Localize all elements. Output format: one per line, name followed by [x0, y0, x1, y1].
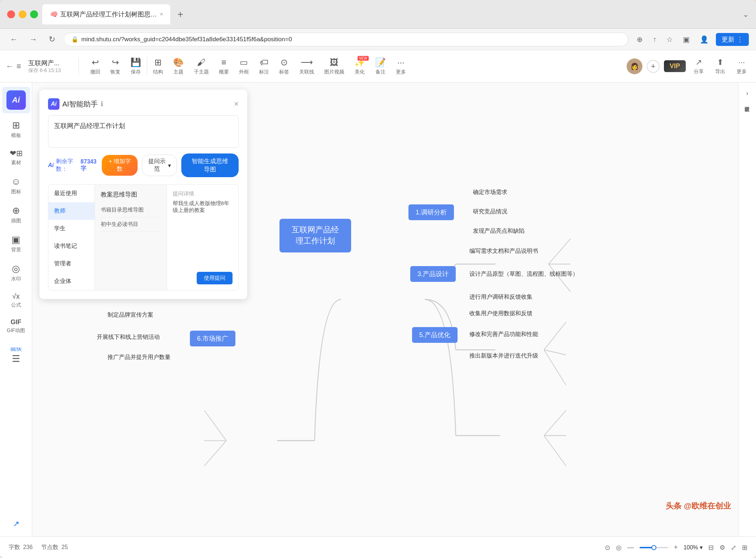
update-button[interactable]: 更新 ⋮ — [716, 33, 749, 46]
sidebar-item-ai[interactable]: Ai — [2, 87, 30, 113]
export-button[interactable]: ⬆ 导出 — [712, 56, 729, 77]
bookmark-button[interactable]: ☆ — [664, 34, 676, 45]
zoom-in-button[interactable]: + — [674, 544, 678, 551]
ai-prompt-detail-label: 提问详情 — [173, 190, 233, 197]
canvas-area[interactable]: Ai AI智能助手 ℹ × 互联网产品经理工作计划 Ai 剩余字数： — [32, 82, 738, 536]
leaf-user-research[interactable]: 进行用户调研和反馈收集 — [469, 293, 532, 301]
toolbar-media-button[interactable]: 🖼 图片视频 — [320, 55, 349, 77]
ai-generate-button[interactable]: 智能生成思维导图 — [181, 153, 239, 177]
translate-button[interactable]: ⊕ — [634, 34, 646, 45]
leaf-brand-plan[interactable]: 制定品牌宣传方案 — [107, 311, 153, 319]
sidebar-item-icon[interactable]: ☺ 图标 — [2, 172, 30, 199]
toolbar-menu-button[interactable]: ≡ — [16, 62, 21, 71]
toolbar-subtheme-button[interactable]: 🖌 子主题 — [190, 55, 213, 77]
leaf-marketing-activity[interactable]: 开展线下和线上营销活动 — [97, 334, 160, 341]
ai-category-recent[interactable]: 最近使用 — [48, 185, 95, 202]
leaf-new-version[interactable]: 推出新版本并进行迭代升级 — [469, 352, 538, 360]
branch-node-marketing[interactable]: 6.市场推广 — [190, 331, 235, 346]
toolbar-back-button[interactable]: ← — [6, 62, 14, 71]
sidebar-button[interactable]: ▣ — [680, 34, 693, 45]
maximize-traffic-light[interactable] — [30, 10, 38, 18]
new-tab-button[interactable]: + — [173, 7, 187, 22]
branch-node-research[interactable]: 1.调研分析 — [408, 204, 454, 220]
sidebar-collapse-button[interactable]: ↗ — [9, 516, 23, 532]
user-avatar[interactable]: 👩 — [627, 58, 642, 74]
close-traffic-light[interactable] — [7, 10, 15, 18]
branch-node-product-design[interactable]: 3.产品设计 — [410, 266, 456, 282]
svg-line-11 — [544, 436, 566, 466]
sidebar-item-template[interactable]: ⊞ 模板 — [2, 116, 30, 142]
sidebar-item-sticker[interactable]: ⊕ 插图 — [2, 202, 30, 228]
toolbar-note-button[interactable]: 📝 备注 — [371, 55, 390, 77]
settings-bottom-button[interactable]: ⚙ — [719, 544, 725, 552]
vip-button[interactable]: VIP — [664, 60, 686, 72]
leaf-requirements-doc[interactable]: 编写需求文档和产品说明书 — [469, 247, 538, 255]
address-text: mind.shutu.cn/?works_guid=c2044dbe35fef3… — [81, 36, 292, 43]
ai-input-field[interactable]: 互联网产品经理工作计划 — [48, 115, 239, 148]
ai-close-button[interactable]: × — [234, 99, 239, 109]
label-icon: 🏷 — [260, 57, 268, 67]
toolbar-structure-button[interactable]: ⊞ 结构 — [149, 55, 167, 77]
address-bar[interactable]: 🔒 mind.shutu.cn/?works_guid=c2044dbe35fe… — [64, 33, 628, 46]
leaf-promote-users[interactable]: 推广产品并提升用户数量 — [107, 354, 171, 361]
toolbar-summary-button[interactable]: ≡ 概要 — [215, 55, 233, 77]
sidebar-item-material[interactable]: ❤︎⊞ 素材 — [2, 145, 30, 170]
sidebar-item-gif[interactable]: GIF GIF动图 — [2, 315, 30, 337]
refresh-button[interactable]: ↻ — [46, 33, 58, 46]
toolbar-label-button[interactable]: 🏷 标注 — [255, 55, 273, 77]
ai-template-item-1[interactable]: 书籍目录思维导图 — [101, 203, 161, 217]
leaf-improve-product[interactable]: 修改和完善产品功能和性能 — [469, 331, 538, 338]
sidebar-item-background[interactable]: ▣ 背景 — [2, 231, 30, 257]
ai-category-business[interactable]: 企业体 — [48, 273, 95, 290]
share-button[interactable]: ↗ 分享 — [690, 56, 707, 77]
leaf-prototype[interactable]: 设计产品原型（草图、流程图、线框图等） — [469, 270, 578, 278]
add-collaborator-button[interactable]: + — [647, 60, 660, 73]
forward-button[interactable]: → — [27, 33, 40, 46]
ai-add-credits-button[interactable]: + 增加字数 — [102, 155, 138, 176]
zoom-slider-thumb[interactable] — [651, 545, 656, 550]
profile-button[interactable]: 👤 — [697, 34, 712, 45]
ai-category-manager[interactable]: 管理者 — [48, 255, 95, 273]
toolbar-beautify-button[interactable]: ✨ 美化 NEW — [350, 55, 369, 77]
fit-view-button[interactable]: ⊙ — [605, 544, 610, 552]
more2-button[interactable]: ··· 更多 — [733, 56, 750, 77]
tab-close-button[interactable]: × — [160, 11, 163, 18]
browser-titlebar: 🧠 互联网产品经理工作计划树图思… × + ⌄ — [0, 0, 756, 29]
toolbar-redo-button[interactable]: ↪ 恢复 — [106, 55, 125, 77]
leaf-collect-data[interactable]: 收集用户使用数据和反馈 — [469, 310, 532, 317]
grid-bottom-button[interactable]: ⊞ — [742, 544, 747, 552]
toolbar-save-button[interactable]: 💾 保存 — [126, 55, 145, 77]
ai-category-teacher[interactable]: 教师 — [48, 202, 95, 220]
sidebar-item-watermark[interactable]: ◎ 水印 — [2, 260, 30, 286]
screenshot-bottom-button[interactable]: ⊟ — [708, 544, 714, 552]
back-button[interactable]: ← — [7, 33, 21, 46]
sidebar-item-formula[interactable]: √x 公式 — [2, 289, 30, 312]
ai-category-reading[interactable]: 读书笔记 — [48, 237, 95, 255]
zoom-out-button[interactable]: — — [627, 544, 634, 551]
ai-use-prompt-button[interactable]: 使用提问 — [197, 272, 233, 284]
toolbar-more-button[interactable]: ··· 更多 — [392, 55, 410, 77]
toolbar-connect-button[interactable]: ⟶ 关联线 — [295, 55, 319, 77]
central-node[interactable]: 互联网产品经 理工作计划 — [279, 219, 351, 252]
toolbar-nav: ← ≡ — [6, 62, 21, 71]
minimize-traffic-light[interactable] — [19, 10, 27, 18]
toolbar-frame-button[interactable]: ▭ 外框 — [235, 55, 253, 77]
sidebar-item-beta[interactable]: BETA ☰ — [2, 343, 30, 368]
screenshot-button[interactable]: ↑ — [650, 34, 659, 45]
leaf-competitor[interactable]: 研究竞品情况 — [473, 208, 507, 216]
center-button[interactable]: ◎ — [616, 544, 622, 552]
toolbar-tag-button[interactable]: ⊙ 标签 — [275, 55, 293, 77]
leaf-market-demand[interactable]: 确定市场需求 — [473, 189, 507, 196]
toolbar-title-area: 互联网产... 保存 6-6 15:13 — [28, 59, 71, 74]
active-tab[interactable]: 🧠 互联网产品经理工作计划树图思… × — [42, 4, 170, 24]
fullscreen-button[interactable]: ⤢ — [731, 544, 736, 552]
share-sidebar-icon: ↗ — [13, 519, 19, 528]
ai-template-item-2[interactable]: 初中生必读书目 — [101, 217, 161, 232]
ai-category-student[interactable]: 学生 — [48, 220, 95, 237]
right-panel-collapse-button[interactable]: › — [743, 87, 751, 100]
toolbar-theme-button[interactable]: 🎨 主题 — [169, 55, 188, 77]
leaf-product-highlight[interactable]: 发现产品亮点和缺陷 — [473, 227, 525, 235]
ai-prompt-example-button[interactable]: 提问示范 ▾ — [142, 155, 177, 176]
branch-node-product-optimize[interactable]: 5.产品优化 — [412, 327, 458, 343]
toolbar-undo-button[interactable]: ↩ 撤回 — [86, 55, 105, 77]
